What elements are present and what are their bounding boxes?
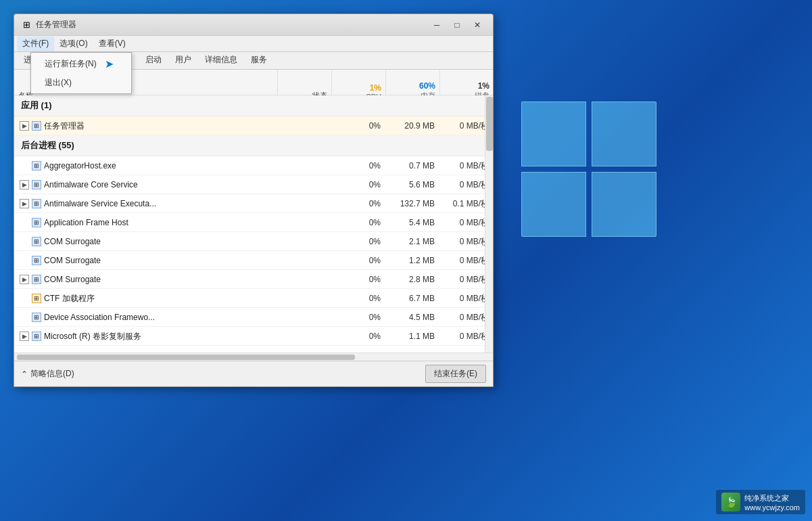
process-cpu: 0% bbox=[332, 294, 386, 303]
process-name-cell: ⊞COM Surrogate bbox=[14, 256, 278, 265]
watermark-icon: 🍃 bbox=[721, 493, 740, 512]
table-row[interactable]: ▶⊞COM Surrogate0%2.8 MB0 MB/秒0 Mbps bbox=[14, 270, 493, 289]
process-name-text: Application Frame Host bbox=[44, 218, 128, 227]
process-memory: 6.7 MB bbox=[386, 294, 440, 303]
window-title: 任务管理器 bbox=[36, 19, 76, 30]
table-row[interactable]: ⊞Application Frame Host0%5.4 MB0 MB/秒0 M… bbox=[14, 213, 493, 232]
arrow-icon: ➤ bbox=[105, 58, 114, 70]
process-name-cell: ⊞COM Surrogate bbox=[14, 237, 278, 246]
mem-pct: 60% bbox=[419, 81, 435, 91]
process-icon: ⊞ bbox=[32, 256, 41, 265]
maximize-button[interactable]: □ bbox=[448, 18, 466, 32]
process-memory: 20.9 MB bbox=[386, 121, 440, 131]
process-name-text: 任务管理器 bbox=[44, 120, 85, 132]
process-memory: 1.2 MB bbox=[386, 256, 440, 265]
watermark-text: 纯净系统之家 www.ycwjzy.com bbox=[744, 493, 800, 512]
tab-details[interactable]: 详细信息 bbox=[198, 52, 244, 69]
table-row[interactable]: ⊞COM Surrogate0%2.1 MB0 MB/秒0 Mbps bbox=[14, 232, 493, 251]
process-memory: 5.6 MB bbox=[386, 180, 440, 189]
menu-file[interactable]: 文件(F) bbox=[17, 37, 54, 51]
process-memory: 1.1 MB bbox=[386, 332, 440, 341]
expand-button[interactable]: ▶ bbox=[20, 275, 29, 284]
table-row[interactable]: ▶⊞任务管理器0%20.9 MB0 MB/秒0 Mbps bbox=[14, 116, 493, 135]
process-icon: ⊞ bbox=[32, 161, 41, 171]
process-name-cell: ⊞Application Frame Host bbox=[14, 218, 278, 227]
file-dropdown-menu: 运行新任务(N) ➤ 退出(X) bbox=[30, 52, 132, 94]
process-cpu: 0% bbox=[332, 121, 386, 131]
process-cpu: 0% bbox=[332, 256, 386, 265]
process-name-text: Antimalware Core Service bbox=[44, 180, 138, 189]
table-row[interactable]: ⊞CTF 加载程序0%6.7 MB0 MB/秒0 Mbps bbox=[14, 289, 493, 308]
process-name-text: COM Surrogate bbox=[44, 237, 101, 246]
horizontal-scrollbar[interactable] bbox=[14, 353, 493, 361]
process-name-text: Antimalware Service Executa... bbox=[44, 199, 156, 208]
table-row[interactable]: ⊞COM Surrogate0%1.2 MB0 MB/秒0 Mbps bbox=[14, 251, 493, 270]
process-name-text: Device Association Framewo... bbox=[44, 313, 155, 322]
title-bar-controls: ─ □ ✕ bbox=[428, 18, 486, 32]
process-icon: ⊞ bbox=[32, 218, 41, 227]
h-scrollbar-thumb bbox=[17, 355, 355, 360]
process-cpu: 0% bbox=[332, 332, 386, 341]
process-memory: 0.7 MB bbox=[386, 161, 440, 171]
process-icon: ⊞ bbox=[32, 294, 41, 303]
windows-logo bbox=[521, 101, 677, 257]
process-icon: ⊞ bbox=[32, 199, 41, 208]
table-row[interactable]: ⊞Device Association Framewo...0%4.5 MB0 … bbox=[14, 308, 493, 327]
process-cpu: 0% bbox=[332, 199, 386, 208]
table-container: 应用 (1)▶⊞任务管理器0%20.9 MB0 MB/秒0 Mbps后台进程 (… bbox=[14, 95, 493, 353]
process-name-cell: ⊞AggregatorHost.exe bbox=[14, 161, 278, 171]
expand-button[interactable]: ▶ bbox=[20, 332, 29, 341]
tab-startup[interactable]: 启动 bbox=[139, 52, 168, 69]
process-table-body[interactable]: 应用 (1)▶⊞任务管理器0%20.9 MB0 MB/秒0 Mbps后台进程 (… bbox=[14, 95, 493, 353]
process-name-cell: ▶⊞Antimalware Service Executa... bbox=[14, 199, 278, 208]
summary-button[interactable]: ⌃ 简略信息(D) bbox=[21, 368, 74, 380]
expand-button[interactable]: ▶ bbox=[20, 180, 29, 189]
vertical-scrollbar[interactable] bbox=[485, 95, 493, 353]
expand-button[interactable]: ▶ bbox=[20, 199, 29, 208]
process-icon: ⊞ bbox=[32, 121, 41, 131]
menu-options[interactable]: 选项(O) bbox=[54, 37, 93, 51]
table-row[interactable]: ⊞AggregatorHost.exe0%0.7 MB0 MB/秒0 Mbps bbox=[14, 156, 493, 175]
process-name-cell: ▶⊞任务管理器 bbox=[14, 120, 278, 132]
process-icon: ⊞ bbox=[32, 237, 41, 246]
process-memory: 5.4 MB bbox=[386, 218, 440, 227]
menu-view[interactable]: 查看(V) bbox=[93, 37, 131, 51]
process-name-cell: ⊞Device Association Framewo... bbox=[14, 313, 278, 322]
end-task-button[interactable]: 结束任务(E) bbox=[425, 365, 486, 383]
process-name-cell: ▶⊞Antimalware Core Service bbox=[14, 180, 278, 189]
section-header-background: 后台进程 (55) bbox=[14, 135, 493, 156]
process-memory: 2.8 MB bbox=[386, 275, 440, 284]
process-memory: 4.5 MB bbox=[386, 313, 440, 322]
table-row[interactable]: ▶⊞Antimalware Service Executa...0%132.7 … bbox=[14, 194, 493, 213]
title-bar: ⊞ 任务管理器 ─ □ ✕ bbox=[14, 14, 493, 36]
table-row[interactable]: ▶⊞Microsoft (R) 卷影复制服务0%1.1 MB0 MB/秒0 Mb… bbox=[14, 327, 493, 346]
cpu-pct: 1% bbox=[370, 83, 381, 93]
process-name-text: COM Surrogate bbox=[44, 256, 101, 265]
section-header-app: 应用 (1) bbox=[14, 95, 493, 116]
tab-services[interactable]: 服务 bbox=[244, 52, 274, 69]
bottom-bar: ⌃ 简略信息(D) 结束任务(E) bbox=[14, 361, 493, 386]
process-name-text: CTF 加载程序 bbox=[44, 293, 95, 304]
expand-button[interactable]: ▶ bbox=[20, 121, 29, 131]
title-bar-left: ⊞ 任务管理器 bbox=[21, 19, 76, 30]
process-cpu: 0% bbox=[332, 161, 386, 171]
process-cpu: 0% bbox=[332, 218, 386, 227]
process-memory: 2.1 MB bbox=[386, 237, 440, 246]
process-name-cell: ▶⊞Microsoft (R) 卷影复制服务 bbox=[14, 331, 278, 342]
menu-exit[interactable]: 退出(X) bbox=[31, 74, 131, 92]
process-icon: ⊞ bbox=[32, 180, 41, 189]
chevron-up-icon: ⌃ bbox=[21, 369, 28, 379]
close-button[interactable]: ✕ bbox=[469, 18, 486, 32]
table-row[interactable]: ▶⊞Antimalware Core Service0%5.6 MB0 MB/秒… bbox=[14, 175, 493, 194]
tab-users[interactable]: 用户 bbox=[168, 52, 198, 69]
process-name-text: Microsoft (R) 卷影复制服务 bbox=[44, 331, 141, 342]
watermark: 🍃 纯净系统之家 www.ycwjzy.com bbox=[716, 490, 805, 514]
task-manager-icon: ⊞ bbox=[21, 20, 32, 30]
process-icon: ⊞ bbox=[32, 275, 41, 284]
process-icon: ⊞ bbox=[32, 313, 41, 322]
minimize-button[interactable]: ─ bbox=[428, 18, 446, 32]
summary-label: 简略信息(D) bbox=[30, 368, 74, 380]
menu-run-new-task[interactable]: 运行新任务(N) ➤ bbox=[31, 54, 131, 74]
process-name-cell: ⊞CTF 加载程序 bbox=[14, 293, 278, 304]
process-cpu: 0% bbox=[332, 180, 386, 189]
